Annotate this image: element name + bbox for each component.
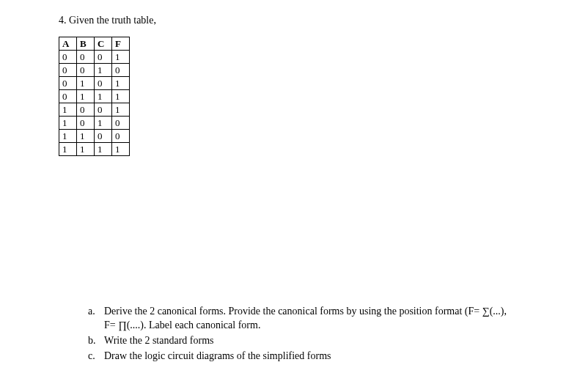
cell: 0	[59, 90, 77, 103]
cell: 0	[95, 103, 112, 117]
table-row: 1 0 1 0	[59, 117, 130, 130]
cell: 1	[59, 143, 77, 156]
cell: 1	[112, 90, 130, 103]
sub-item-a: a. Derive the 2 canonical forms. Provide…	[88, 305, 559, 333]
cell: 0	[112, 117, 130, 130]
cell: 0	[77, 51, 95, 64]
cell: 1	[112, 143, 130, 156]
cell: 1	[77, 90, 95, 103]
cell: 1	[59, 130, 77, 143]
sub-text: Write the 2 standard forms	[104, 334, 559, 348]
cell: 0	[77, 117, 95, 130]
cell: 1	[112, 51, 130, 64]
cell: 1	[77, 77, 95, 90]
table-row: 0 1 1 1	[59, 90, 130, 103]
cell: 1	[59, 103, 77, 117]
cell: 0	[112, 130, 130, 143]
cell: 1	[112, 77, 130, 90]
sub-letter: a.	[88, 305, 104, 333]
cell: 1	[95, 90, 112, 103]
table-row: 1 1 1 1	[59, 143, 130, 156]
cell: 1	[95, 117, 112, 130]
table-row: 0 0 0 1	[59, 51, 130, 64]
cell: 1	[95, 64, 112, 77]
sub-item-c: c. Draw the logic circuit diagrams of th…	[88, 350, 559, 363]
cell: 0	[59, 51, 77, 64]
sub-text: Derive the 2 canonical forms. Provide th…	[104, 305, 559, 333]
table-row: 1 1 0 0	[59, 130, 130, 143]
col-header-b: B	[77, 37, 95, 51]
sub-a-line1: Derive the 2 canonical forms. Provide th…	[104, 306, 507, 317]
table-header-row: A B C F	[59, 37, 130, 51]
truth-table: A B C F 0 0 0 1 0 0 1 0 0 1 0 1 0 1 1 1	[59, 37, 130, 156]
cell: 0	[112, 64, 130, 77]
sub-a-line2: F= ∏(....). Label each canonical form.	[104, 320, 260, 331]
cell: 0	[77, 64, 95, 77]
cell: 1	[77, 143, 95, 156]
table-row: 0 0 1 0	[59, 64, 130, 77]
cell: 0	[95, 51, 112, 64]
col-header-f: F	[112, 37, 130, 51]
sub-text: Draw the logic circuit diagrams of the s…	[104, 350, 559, 363]
question-header: 4. Given the truth table,	[59, 15, 529, 26]
sub-letter: c.	[88, 350, 104, 363]
cell: 0	[95, 77, 112, 90]
question-number-text: 4. Given the truth table,	[59, 15, 156, 26]
sub-item-b: b. Write the 2 standard forms	[88, 334, 559, 348]
sub-letter: b.	[88, 334, 104, 348]
cell: 0	[59, 64, 77, 77]
cell: 0	[95, 130, 112, 143]
cell: 1	[77, 130, 95, 143]
table-row: 1 0 0 1	[59, 103, 130, 117]
cell: 1	[95, 143, 112, 156]
cell: 0	[77, 103, 95, 117]
sub-questions: a. Derive the 2 canonical forms. Provide…	[88, 305, 559, 365]
table-row: 0 1 0 1	[59, 77, 130, 90]
cell: 1	[59, 117, 77, 130]
col-header-c: C	[95, 37, 112, 51]
cell: 0	[59, 77, 77, 90]
cell: 1	[112, 103, 130, 117]
col-header-a: A	[59, 37, 77, 51]
